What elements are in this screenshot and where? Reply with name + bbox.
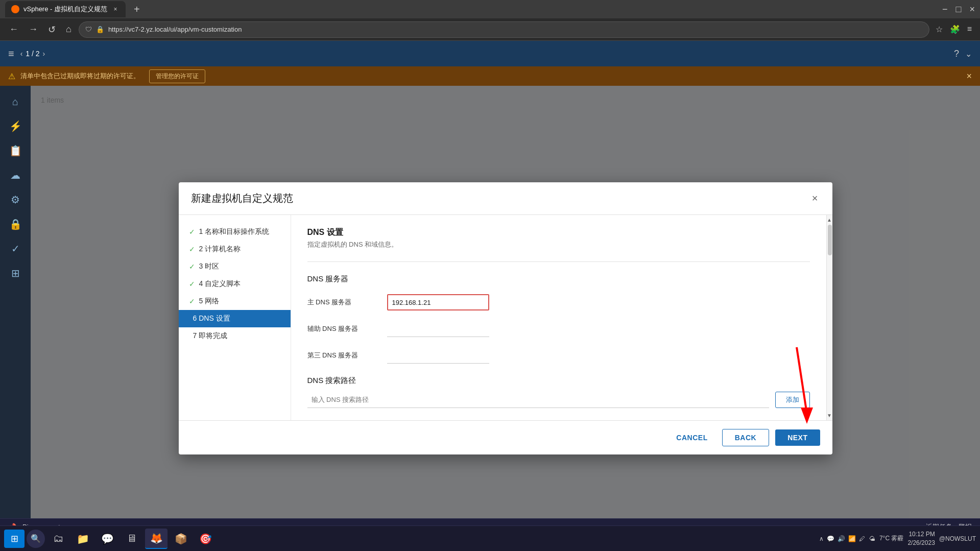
- taskbar-app-terminal[interactable]: 🖥: [121, 529, 143, 549]
- step-5[interactable]: ✓ 5 网络: [179, 293, 291, 310]
- step-2[interactable]: ✓ 2 计算机名称: [179, 241, 291, 258]
- tab-favicon: [11, 5, 19, 13]
- primary-dns-input[interactable]: [387, 294, 489, 310]
- step-3[interactable]: ✓ 3 时区: [179, 258, 291, 275]
- notification-text: 清单中包含已过期或即将过期的许可证。: [20, 71, 140, 81]
- taskbar-network-icon[interactable]: 📶: [848, 535, 856, 542]
- close-window-button[interactable]: ×: [969, 4, 975, 15]
- maximize-button[interactable]: □: [956, 4, 962, 15]
- dialog-main-content: DNS 设置 指定虚拟机的 DNS 和域信息。 DNS 服务器 主 DNS 服务…: [291, 215, 826, 420]
- sidebar-icon-tools[interactable]: ⚙: [4, 189, 27, 210]
- taskbar-app-folder[interactable]: 📁: [71, 529, 94, 549]
- sidebar-icon-cloud[interactable]: ☁: [4, 165, 27, 185]
- step-1-check-icon: ✓: [189, 228, 195, 236]
- bookmark-icon[interactable]: ☆: [934, 22, 945, 36]
- nav-refresh-button[interactable]: ↺: [45, 22, 59, 37]
- security-icon: 🛡: [85, 26, 92, 33]
- taskbar-time: 10:12 PM: [907, 530, 935, 539]
- nav-next-icon[interactable]: ›: [43, 50, 45, 58]
- new-tab-button[interactable]: +: [130, 4, 144, 15]
- cancel-button[interactable]: CANCEL: [668, 429, 715, 446]
- nav-home-button[interactable]: ⌂: [63, 22, 75, 37]
- nav-back-button[interactable]: ←: [6, 22, 21, 37]
- dialog-header: 新建虚拟机自定义规范 ×: [179, 182, 832, 215]
- add-dns-search-button[interactable]: 添加: [775, 392, 810, 408]
- step-5-label: 5 网络: [199, 297, 220, 306]
- header-right-actions: ? ⌄: [954, 49, 972, 59]
- taskbar-app-misc[interactable]: 🎯: [194, 529, 217, 549]
- tertiary-dns-row: 第三 DNS 服务器: [307, 347, 810, 364]
- vsphere-header: ≡ ‹ 1 / 2 › ? ⌄: [0, 41, 980, 66]
- header-menu-icon[interactable]: ≡: [8, 48, 14, 60]
- sidebar-icon-inventory[interactable]: 📋: [4, 140, 27, 161]
- notification-bar: ⚠ 清单中包含已过期或即将过期的许可证。 管理您的许可证 ×: [0, 66, 980, 86]
- browser-tab[interactable]: vSphere - 虚拟机自定义规范 ×: [5, 1, 126, 17]
- address-bar[interactable]: 🛡 🔒 https://vc7-2.yz.local/ui/app/vm-cus…: [79, 21, 929, 38]
- sidebar-icon-security[interactable]: 🔒: [4, 214, 27, 234]
- back-button[interactable]: BACK: [722, 429, 769, 446]
- start-button[interactable]: ⊞: [4, 530, 25, 548]
- sidebar-icon-all[interactable]: ⊞: [4, 263, 27, 283]
- dns-search-input-row: 添加: [307, 392, 810, 408]
- secondary-dns-row: 辅助 DNS 服务器: [307, 321, 810, 337]
- window-controls: − □ ×: [942, 4, 975, 15]
- browser-navbar: ← → ↺ ⌂ 🛡 🔒 https://vc7-2.yz.local/ui/ap…: [0, 18, 980, 41]
- taskbar-clock[interactable]: 10:12 PM 2/26/2023: [907, 530, 935, 547]
- nav-forward-button[interactable]: →: [26, 22, 41, 37]
- notification-close-icon[interactable]: ×: [966, 71, 972, 82]
- primary-dns-label: 主 DNS 服务器: [307, 298, 379, 307]
- dialog-close-button[interactable]: ×: [810, 190, 820, 206]
- browser-chrome: vSphere - 虚拟机自定义规范 × + − □ × ← → ↺ ⌂ 🛡 🔒…: [0, 0, 980, 41]
- next-button[interactable]: NEXT: [775, 429, 820, 446]
- taskbar-user: @NOWSLUT: [939, 535, 976, 542]
- extensions-icon[interactable]: 🧩: [948, 22, 962, 36]
- main-layout: ⌂ ⚡ 📋 ☁ ⚙ 🔒 ✓ ⊞ 1 items 新建虚拟机自定义规范 ×: [0, 86, 980, 551]
- address-text: https://vc7-2.yz.local/ui/app/vm-customi…: [108, 26, 242, 33]
- step-6[interactable]: 6 DNS 设置: [179, 310, 291, 327]
- step-2-label: 2 计算机名称: [199, 245, 241, 254]
- taskbar-temperature: 7°C 雾霾: [879, 534, 903, 543]
- sidebar-icon-tasks[interactable]: ✓: [4, 238, 27, 259]
- step-4[interactable]: ✓ 4 自定义脚本: [179, 275, 291, 293]
- step-1-label: 1 名称和目标操作系统: [199, 227, 270, 236]
- lock-icon: 🔒: [96, 26, 104, 33]
- dns-search-input[interactable]: [307, 392, 769, 408]
- warning-icon: ⚠: [8, 71, 15, 81]
- step-7[interactable]: 7 即将完成: [179, 327, 291, 345]
- tab-close-button[interactable]: ×: [111, 5, 119, 13]
- secondary-dns-input[interactable]: [387, 321, 489, 337]
- taskbar-app-chat[interactable]: 💬: [96, 529, 118, 549]
- menu-icon[interactable]: ≡: [965, 22, 974, 36]
- step-1[interactable]: ✓ 1 名称和目标操作系统: [179, 223, 291, 241]
- sidebar-icon-quick[interactable]: ⚡: [4, 116, 27, 136]
- taskbar-weather-icon: 🌤: [869, 535, 875, 542]
- modal-backdrop: 新建虚拟机自定义规范 × ✓ 1 名称和目标操作系统 ✓ 2 计算机名称: [31, 86, 980, 551]
- header-chevron-icon[interactable]: ⌄: [965, 49, 972, 59]
- taskbar-app-file-explorer[interactable]: 🗂: [47, 529, 69, 549]
- step-2-check-icon: ✓: [189, 245, 195, 253]
- nav-prev-icon[interactable]: ‹: [20, 50, 23, 58]
- sidebar-icon-home[interactable]: ⌂: [4, 92, 27, 112]
- scroll-thumb-area: [827, 225, 832, 411]
- taskbar-search-button[interactable]: 🔍: [27, 530, 45, 548]
- sidebar: ⌂ ⚡ 📋 ☁ ⚙ 🔒 ✓ ⊞: [0, 86, 31, 551]
- dialog: 新建虚拟机自定义规范 × ✓ 1 名称和目标操作系统 ✓ 2 计算机名称: [179, 182, 832, 454]
- taskbar-chat-icon[interactable]: 💬: [827, 535, 834, 542]
- scroll-thumb[interactable]: [828, 225, 832, 255]
- taskbar-app-firefox[interactable]: 🦊: [145, 529, 168, 549]
- taskbar-app-vsphere[interactable]: 📦: [170, 529, 192, 549]
- taskbar-chevron-icon[interactable]: ∧: [819, 535, 824, 542]
- dialog-footer: CANCEL BACK NEXT: [179, 420, 832, 454]
- manage-license-button[interactable]: 管理您的许可证: [149, 69, 205, 83]
- tertiary-dns-input[interactable]: [387, 347, 489, 364]
- header-help-icon[interactable]: ?: [954, 49, 959, 59]
- taskbar-volume-icon[interactable]: 🔊: [838, 535, 845, 542]
- minimize-button[interactable]: −: [942, 4, 948, 15]
- step-3-check-icon: ✓: [189, 262, 195, 271]
- scroll-track[interactable]: ▲ ▼: [826, 215, 832, 420]
- step-4-label: 4 自定义脚本: [199, 279, 241, 289]
- primary-dns-row: 主 DNS 服务器: [307, 294, 810, 310]
- taskbar-pen-icon[interactable]: 🖊: [859, 535, 865, 542]
- secondary-dns-label: 辅助 DNS 服务器: [307, 324, 379, 333]
- divider: [307, 261, 810, 262]
